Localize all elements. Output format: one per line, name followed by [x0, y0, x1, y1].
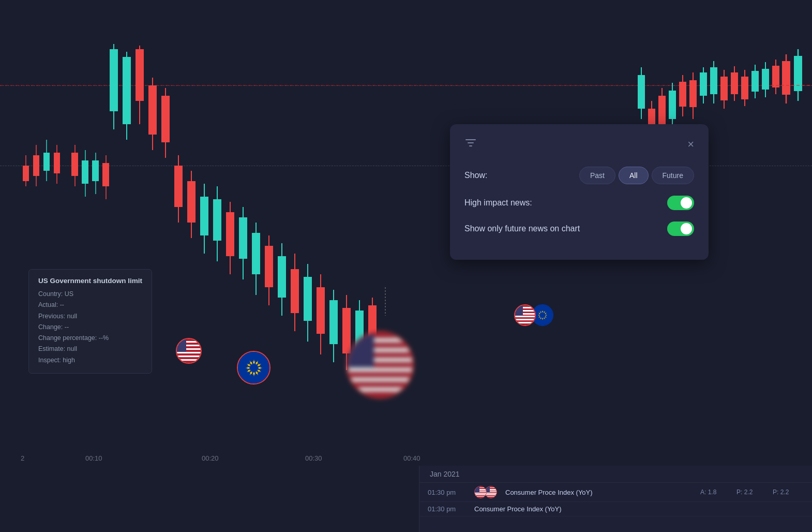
tooltip-change: Change: -- — [38, 322, 142, 333]
svg-rect-9 — [54, 153, 60, 173]
show-filter-row: Show: Past All Future — [464, 167, 694, 184]
news-item-2[interactable]: 01:30 pm Consumer Proce Index (YoY) — [419, 502, 812, 516]
news-previous-1: P: 2.2 — [736, 489, 768, 496]
svg-rect-80 — [731, 72, 738, 94]
future-only-toggle[interactable] — [667, 221, 694, 236]
svg-rect-66 — [658, 96, 666, 124]
svg-rect-11 — [110, 49, 118, 111]
svg-rect-31 — [187, 181, 196, 223]
svg-rect-41 — [252, 233, 260, 274]
svg-rect-53 — [329, 300, 338, 344]
svg-rect-70 — [679, 82, 686, 107]
filter-panel: × Show: Past All Future High impact news… — [450, 124, 709, 260]
svg-rect-90 — [782, 61, 790, 95]
svg-rect-19 — [161, 96, 170, 142]
svg-rect-15 — [136, 49, 144, 101]
svg-rect-84 — [751, 71, 759, 92]
paired-flag-us[interactable] — [514, 304, 536, 326]
svg-rect-37 — [226, 212, 234, 256]
svg-rect-23 — [82, 160, 88, 184]
svg-rect-74 — [700, 72, 707, 96]
svg-rect-17 — [148, 85, 157, 135]
toggle-thumb-2 — [681, 223, 692, 234]
svg-rect-33 — [200, 197, 208, 235]
svg-rect-88 — [772, 66, 779, 87]
news-item-1-flags — [474, 486, 497, 498]
svg-point-99 — [239, 353, 268, 382]
svg-rect-76 — [710, 67, 717, 94]
news-time-2: 01:30 pm — [428, 505, 469, 513]
news-item-1[interactable]: 01:30 pm Consumer Proce Index (YoY) A: 1… — [419, 483, 812, 502]
svg-rect-62 — [638, 75, 645, 109]
tooltip-change-pct: Change percentage: --% — [38, 333, 142, 344]
svg-text:00:20: 00:20 — [202, 454, 219, 462]
flag-eu-medium[interactable] — [237, 351, 270, 385]
svg-rect-21 — [71, 153, 78, 176]
show-label: Show: — [464, 171, 487, 180]
news-title-2: Consumer Proce Index (YoY) — [474, 505, 804, 513]
svg-text:00:30: 00:30 — [305, 454, 322, 462]
svg-rect-49 — [304, 277, 312, 321]
tooltip-title: US Government shutdown limit — [38, 277, 142, 285]
svg-rect-43 — [265, 246, 273, 287]
svg-text:2: 2 — [21, 454, 24, 462]
svg-rect-29 — [174, 166, 183, 207]
svg-rect-35 — [213, 199, 221, 241]
filter-icon — [464, 137, 477, 152]
svg-rect-27 — [102, 163, 109, 186]
show-all-button[interactable]: All — [619, 167, 649, 184]
svg-text:00:10: 00:10 — [85, 454, 102, 462]
news-time-1: 01:30 pm — [428, 489, 469, 496]
news-title-1: Consumer Proce Index (YoY) — [505, 489, 695, 496]
show-future-button[interactable]: Future — [652, 167, 694, 184]
flag-us-large-center[interactable] — [347, 331, 414, 398]
future-only-label: Show only future news on chart — [464, 224, 580, 233]
svg-rect-68 — [669, 91, 676, 119]
news-date-text: Jan 2021 — [430, 470, 460, 478]
tooltip-actual: Actual: -- — [38, 300, 142, 311]
news-panel: Jan 2021 01:30 pm Consumer Proce Index (… — [419, 466, 812, 532]
tooltip-previous: Previous: null — [38, 311, 142, 322]
show-past-button[interactable]: Past — [579, 167, 615, 184]
future-only-row: Show only future news on chart — [464, 221, 694, 236]
svg-rect-47 — [291, 269, 299, 313]
close-filter-button[interactable]: × — [687, 139, 694, 150]
tooltip-estimate: Estimate: null — [38, 344, 142, 354]
event-tooltip: US Government shutdown limit Country: US… — [28, 269, 152, 374]
svg-text:00:40: 00:40 — [403, 454, 420, 462]
svg-rect-13 — [123, 57, 131, 124]
news-forecast-1: P: 2.2 — [773, 489, 804, 496]
tooltip-inspect: Inspect: high — [38, 355, 142, 366]
svg-rect-3 — [23, 166, 29, 181]
svg-rect-5 — [33, 155, 39, 176]
paired-flags — [514, 304, 553, 326]
filter-panel-header: × — [464, 137, 694, 152]
toggle-thumb-1 — [681, 197, 692, 209]
svg-rect-7 — [43, 153, 50, 171]
svg-rect-82 — [741, 77, 748, 99]
svg-rect-45 — [278, 256, 286, 298]
show-buttons-group: Past All Future — [579, 167, 694, 184]
svg-rect-39 — [239, 217, 247, 259]
tooltip-country: Country: US — [38, 289, 142, 300]
svg-rect-86 — [762, 69, 769, 90]
high-impact-toggle[interactable] — [667, 196, 694, 210]
svg-rect-72 — [689, 80, 697, 107]
svg-rect-92 — [794, 56, 802, 91]
toggle-track-2 — [667, 221, 694, 236]
svg-rect-78 — [720, 77, 728, 100]
news-date-header: Jan 2021 — [419, 466, 812, 483]
high-impact-label: High impact news: — [464, 198, 532, 208]
flag-us-small-2[interactable] — [176, 338, 202, 364]
svg-rect-51 — [317, 287, 325, 334]
svg-rect-25 — [92, 160, 99, 181]
high-impact-row: High impact news: — [464, 196, 694, 210]
toggle-track-1 — [667, 196, 694, 210]
news-actual-1: A: 1.8 — [700, 489, 731, 496]
